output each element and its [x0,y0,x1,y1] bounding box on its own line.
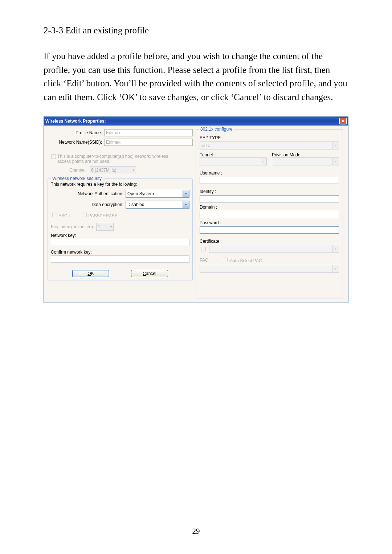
security-groupbox: Wireless network security This network r… [48,178,193,280]
adhoc-checkbox[interactable] [51,154,56,159]
confirm-input[interactable] [51,255,189,263]
8021x-group-title: 802.1x configure [199,127,234,132]
ok-text: K [91,271,94,276]
section-heading: 2-3-3 Edit an existing profile [44,25,348,36]
passphrase-label: PASSPHRASE [88,213,117,218]
pac-select[interactable]: ▾ [200,265,339,273]
keyidx-value: 1 [98,224,100,229]
chevron-down-icon[interactable]: ▾ [332,141,339,149]
auto-pac-checkbox[interactable] [223,258,228,262]
enc-label: Data encryption: [51,202,123,207]
identity-input[interactable] [200,195,339,202]
username-label: Username : [200,171,339,176]
auth-select[interactable]: Open System ▾ [126,190,189,198]
ok-button[interactable]: OK [72,270,109,277]
domain-input[interactable] [200,211,339,218]
close-icon[interactable]: ✕ [339,118,347,124]
auto-pac-label: Auto Select PAC [230,258,262,263]
netkey-label: Network key: [51,233,189,238]
keyidx-select[interactable]: 1 ▾ [96,223,114,231]
adhoc-label-2: access points are not used. [57,159,168,164]
identity-label: Identity : [200,189,339,194]
confirm-label: Confirm network key: [51,250,189,255]
channel-select[interactable]: 6 (2437MHz) ▾ [90,166,136,174]
pac-label: PAC : [200,258,211,263]
8021x-groupbox: 802.1x configure EAP TYPE : GTC ▾ Tunnel… [196,129,343,299]
auto-pac-option[interactable]: Auto Select PAC [221,257,262,263]
chevron-down-icon[interactable]: ▾ [183,201,189,209]
password-label: Password : [200,220,339,225]
chevron-down-icon: ▾ [133,168,135,172]
enc-value: Disabled [126,201,183,209]
wireless-properties-dialog: Wireless Network Properties: ✕ Profile N… [44,116,348,303]
titlebar: Wireless Network Properties: ✕ [44,117,348,126]
privision-select[interactable]: ▾ [272,157,339,165]
cancel-button[interactable]: Cancel [131,270,168,277]
chevron-down-icon: ▾ [110,225,112,229]
chevron-down-icon: ▾ [332,265,339,273]
body-text: If you have added a profile before, and … [44,49,348,104]
ascii-option[interactable]: ASCII [51,212,70,218]
privision-label: Privision Mode : [272,152,339,157]
chevron-down-icon[interactable]: ▾ [183,190,189,198]
profile-name-label: Profile Name: [48,130,102,135]
channel-label: Channel: [69,168,87,173]
ssid-input[interactable] [104,139,193,146]
enc-select[interactable]: Disabled ▾ [126,201,189,209]
ascii-checkbox[interactable] [52,213,57,217]
cert-label: Certificate : [200,239,339,244]
chevron-down-icon: ▾ [260,157,267,165]
eap-select[interactable]: GTC ▾ [200,141,339,149]
ssid-label: Network Name(SSID): [48,140,102,145]
chevron-down-icon: ▾ [332,157,339,165]
password-input[interactable] [200,226,339,234]
window-title: Wireless Network Properties: [45,119,106,124]
profile-name-input[interactable] [104,129,193,136]
domain-label: Domain : [200,205,339,210]
eap-label: EAP TYPE : [200,135,339,140]
cert-select[interactable]: ▾ [209,245,339,253]
channel-value: 6 (2437MHz) [91,168,116,173]
tunnel-label: Tunnel : [200,152,267,157]
passphrase-option[interactable]: PASSPHRASE [81,212,117,218]
chevron-down-icon: ▾ [332,245,339,253]
tunnel-select[interactable]: ▾ [200,157,267,165]
passphrase-checkbox[interactable] [82,213,87,217]
eap-value: GTC [200,141,332,149]
security-group-title: Wireless network security [51,176,103,181]
auth-value: Open System [126,190,183,198]
cancel-text: ancel [146,271,156,276]
ascii-label: ASCII [58,213,70,218]
netkey-input[interactable] [51,239,189,246]
auth-label: Network Authentication: [51,191,123,196]
keyidx-label: Key index (advanced): [51,224,94,229]
page-number: 29 [192,527,200,536]
cert-checkbox[interactable] [201,247,206,251]
adhoc-label-1: This is a computer-to-computer(ad hoc) n… [57,154,168,159]
security-desc: This network requires a key for the foll… [51,182,189,187]
username-input[interactable] [200,177,339,184]
